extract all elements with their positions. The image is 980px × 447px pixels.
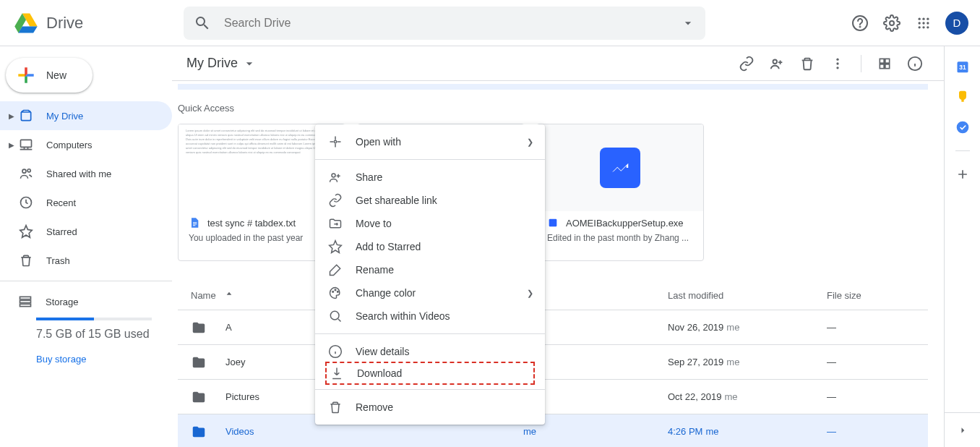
my-drive-icon <box>17 108 35 123</box>
table-row[interactable]: Pictures me Oct 22, 2019me — <box>178 380 928 414</box>
quick-access-card[interactable]: AOMEIBackupperSetup.exe Edited in the pa… <box>536 124 704 261</box>
menu-label: Download <box>357 367 402 379</box>
menu-remove[interactable]: Remove <box>315 396 545 419</box>
svg-point-36 <box>335 289 336 291</box>
table-row[interactable]: A me Nov 26, 2019me — <box>178 310 928 345</box>
new-button[interactable]: New <box>6 58 93 93</box>
main-content: My Drive Quick Access Lorem ipsum dolor … <box>172 46 944 447</box>
sidebar-item-shared-with-me[interactable]: Shared with me <box>0 159 172 188</box>
header-actions: D <box>846 9 974 38</box>
tasks-addon-icon[interactable] <box>955 120 970 135</box>
storage-section: Storage <box>0 287 172 316</box>
svg-rect-12 <box>21 140 32 147</box>
menu-label: Move to <box>356 218 392 229</box>
keep-addon-icon[interactable] <box>955 90 970 104</box>
col-header-modified[interactable]: Last modified <box>668 290 827 301</box>
menu-view-details[interactable]: View details <box>315 340 545 363</box>
computers-icon <box>17 137 35 152</box>
more-actions-icon[interactable] <box>823 49 852 78</box>
card-subtitle: Edited in the past month by Zhang ... <box>547 233 693 243</box>
sidebar-item-computers[interactable]: ▶ Computers <box>0 130 172 159</box>
search-input[interactable] <box>223 16 695 30</box>
grid-view-icon[interactable] <box>870 49 899 78</box>
menu-add-star[interactable]: Add to Starred <box>315 235 545 258</box>
menu-move-to[interactable]: Move to <box>315 212 545 235</box>
toolbar: My Drive <box>172 46 944 81</box>
sidebar-item-my-drive[interactable]: ▶ My Drive <box>0 101 172 130</box>
side-panel-collapse-icon[interactable] <box>945 412 980 447</box>
sidebar-item-storage[interactable]: Storage <box>17 287 172 316</box>
menu-share[interactable]: Share <box>315 166 545 189</box>
app-title: Drive <box>46 14 83 33</box>
svg-rect-16 <box>20 297 31 299</box>
menu-open-with[interactable]: Open with ❯ <box>315 130 545 153</box>
svg-point-9 <box>919 26 921 28</box>
search-options-dropdown-icon[interactable] <box>681 16 695 30</box>
svg-point-5 <box>927 17 929 20</box>
table-row[interactable]: Joey me Sep 27, 2019me — <box>178 345 928 380</box>
menu-search-within[interactable]: Search within Videos <box>315 305 545 328</box>
quick-access-cards: Lorem ipsum dolor sit amet consectetur a… <box>178 124 928 261</box>
search-icon <box>327 309 344 323</box>
row-size: — <box>827 322 928 333</box>
menu-divider <box>315 389 545 390</box>
menu-change-color[interactable]: Change color ❯ <box>315 281 545 305</box>
account-avatar[interactable]: D <box>945 12 968 35</box>
row-size: — <box>827 357 928 367</box>
row-modified: Oct 22, 2019 <box>668 391 721 402</box>
exe-app-icon <box>600 148 640 188</box>
delete-icon[interactable] <box>793 49 822 78</box>
apps-grid-icon[interactable] <box>909 9 938 38</box>
logo-block[interactable]: Drive <box>12 9 184 38</box>
row-name: Joey <box>225 357 245 367</box>
plus-icon <box>14 64 38 87</box>
search-bar[interactable] <box>184 7 705 40</box>
help-icon[interactable] <box>846 9 874 38</box>
chevron-right-icon: ❯ <box>527 289 533 298</box>
row-size: — <box>827 426 928 437</box>
calendar-addon-icon[interactable]: 31 <box>955 59 970 74</box>
rename-icon <box>327 263 344 277</box>
svg-point-10 <box>922 26 924 28</box>
expand-arrow-icon[interactable]: ▶ <box>6 112 17 120</box>
breadcrumb[interactable]: My Drive <box>186 56 257 71</box>
expand-arrow-icon[interactable]: ▶ <box>6 141 17 149</box>
sidebar-item-label: My Drive <box>46 111 83 122</box>
svg-point-20 <box>836 58 838 60</box>
sidebar-item-recent[interactable]: Recent <box>0 188 172 217</box>
buy-storage-link[interactable]: Buy storage <box>36 354 172 365</box>
svg-point-35 <box>332 291 334 293</box>
svg-point-21 <box>836 62 838 64</box>
col-header-size[interactable]: File size <box>827 290 928 301</box>
menu-divider <box>315 159 545 160</box>
row-name: Videos <box>225 426 254 437</box>
svg-point-38 <box>330 311 339 320</box>
sidebar-item-starred[interactable]: Starred <box>0 217 172 246</box>
person-add-icon <box>327 170 344 184</box>
settings-icon[interactable] <box>877 9 906 38</box>
svg-point-8 <box>927 22 929 24</box>
get-addons-icon[interactable] <box>955 167 970 182</box>
info-icon <box>327 344 344 359</box>
svg-point-3 <box>919 17 921 20</box>
table-row[interactable]: Videos me 4:26 PMme — <box>178 414 928 447</box>
info-icon[interactable] <box>901 49 929 78</box>
menu-get-link[interactable]: Get shareable link <box>315 189 545 212</box>
menu-download[interactable]: Download <box>327 363 533 383</box>
sidebar-divider <box>0 281 172 281</box>
trash-icon <box>17 253 35 268</box>
svg-point-7 <box>922 22 924 24</box>
menu-rename[interactable]: Rename <box>315 258 545 281</box>
trash-icon <box>327 400 344 414</box>
folder-icon <box>191 389 207 405</box>
share-icon[interactable] <box>762 49 791 78</box>
exe-file-icon <box>547 217 559 229</box>
svg-point-19 <box>773 59 778 64</box>
sidebar-item-trash[interactable]: Trash <box>0 246 172 275</box>
row-modified: 4:26 PM <box>668 426 702 437</box>
menu-label: Search within Videos <box>356 310 450 322</box>
search-icon <box>194 14 211 32</box>
menu-divider <box>315 333 545 334</box>
chevron-down-icon <box>242 56 257 71</box>
get-link-icon[interactable] <box>732 49 761 78</box>
